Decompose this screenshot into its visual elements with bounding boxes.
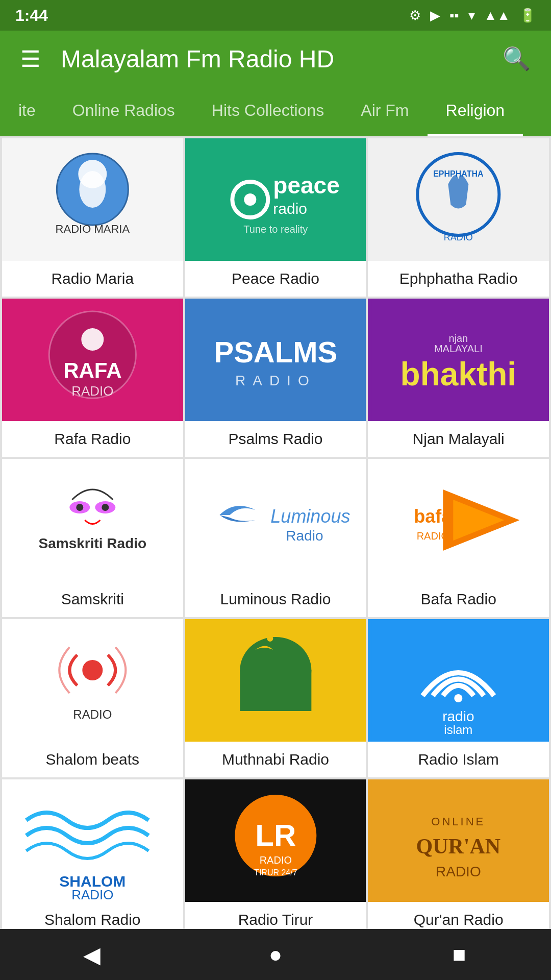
card-label-samskriti: Samskriti — [2, 581, 183, 617]
card-label-psalms-radio: Psalms Radio — [185, 421, 366, 457]
svg-rect-27 — [6, 459, 179, 581]
card-image-rafa: RAFA RADIO — [2, 299, 183, 421]
svg-text:RADIO: RADIO — [417, 530, 449, 542]
card-radio-tirur[interactable]: LR RADIO TIRUR 24/7 Radio Tirur — [185, 779, 366, 938]
card-samskriti[interactable]: Samskriti Radio Samskriti — [2, 459, 183, 617]
signal-icon: ▲▲ — [484, 8, 510, 23]
card-muthnabi-radio[interactable]: Muthnabi Radio — [185, 619, 366, 777]
card-label-bafa-radio: Bafa Radio — [368, 581, 549, 617]
search-icon[interactable]: 🔍 — [497, 40, 536, 77]
settings-icon: ⚙ — [409, 8, 421, 23]
status-time: 1:44 — [15, 6, 48, 25]
card-label-luminous-radio: Luminous Radio — [185, 581, 366, 617]
svg-text:peace: peace — [273, 172, 339, 199]
card-label-muthnabi-radio: Muthnabi Radio — [185, 742, 366, 777]
svg-text:RADIO: RADIO — [235, 373, 316, 388]
svg-text:RADIO: RADIO — [444, 232, 473, 242]
card-image-quran-radio: ONLINE QUR'AN RADIO — [368, 779, 549, 902]
svg-rect-5 — [189, 138, 362, 261]
card-bafa-radio[interactable]: bafa RADIO Bafa Radio — [368, 459, 549, 617]
tab-hits-collections[interactable]: Hits Collections — [193, 87, 343, 136]
tabs-container: ite Online Radios Hits Collections Air F… — [0, 87, 551, 136]
svg-text:QUR'AN: QUR'AN — [416, 835, 501, 858]
card-shalom-radio[interactable]: SHALOM RADIO Shalom Radio — [2, 779, 183, 938]
card-radio-islam[interactable]: radio islam Radio Islam — [368, 619, 549, 777]
svg-point-17 — [81, 328, 104, 351]
card-peace-radio[interactable]: peace radio Tune to reality Peace Radio — [185, 138, 366, 297]
tab-air-fm[interactable]: Air Fm — [342, 87, 427, 136]
card-image-samskriti: Samskriti Radio — [2, 459, 183, 581]
svg-text:RADIO: RADIO — [73, 707, 112, 721]
svg-text:Luminous: Luminous — [270, 506, 350, 527]
battery-icon: 🔋 — [519, 8, 536, 23]
hamburger-menu-icon[interactable]: ☰ — [15, 41, 45, 77]
svg-text:RADIO: RADIO — [436, 864, 481, 879]
status-bar: 1:44 ⚙ ▶ ▪▪ ▾ ▲▲ 🔋 — [0, 0, 551, 31]
card-label-ephphatha-radio: Ephphatha Radio — [368, 261, 549, 297]
svg-point-31 — [102, 504, 109, 511]
card-image-psalms: PSALMS RADIO — [185, 299, 366, 421]
svg-text:radio: radio — [273, 200, 307, 217]
card-ephphatha-radio[interactable]: EPHPHATHA RADIO Ephphatha Radio — [368, 138, 549, 297]
svg-text:Samskriti Radio: Samskriti Radio — [39, 535, 147, 551]
svg-text:LR: LR — [255, 818, 296, 852]
card-image-ephphatha: EPHPHATHA RADIO — [368, 138, 549, 261]
svg-text:radio: radio — [443, 708, 474, 724]
card-image-peace-radio: peace radio Tune to reality — [185, 138, 366, 261]
wifi-icon: ▾ — [468, 8, 475, 23]
card-image-radio-maria: RADIO MARIA — [2, 138, 183, 261]
svg-text:Tune to reality: Tune to reality — [243, 224, 308, 235]
card-image-shalom-radio: SHALOM RADIO — [2, 779, 183, 902]
card-shalom-beats[interactable]: RADIO Shalom beats — [2, 619, 183, 777]
card-luminous-radio[interactable]: Luminous Radio Luminous Radio — [185, 459, 366, 617]
home-button[interactable]: ● — [255, 942, 296, 967]
top-bar: ☰ Malayalam Fm Radio HD 🔍 — [0, 31, 551, 87]
tab-religion[interactable]: Religion — [428, 87, 523, 136]
card-label-peace-radio: Peace Radio — [185, 261, 366, 297]
svg-text:RAFA: RAFA — [63, 358, 121, 382]
svg-text:PSALMS: PSALMS — [214, 335, 337, 369]
card-image-radio-islam: radio islam — [368, 619, 549, 742]
svg-text:Radio: Radio — [286, 528, 323, 544]
card-label-radio-maria: Radio Maria — [2, 261, 183, 297]
svg-point-30 — [76, 504, 83, 511]
svg-text:ONLINE: ONLINE — [432, 815, 486, 828]
radio-grid: RADIO MARIA Radio Maria peace radio Tune… — [0, 136, 551, 940]
svg-text:MALAYALI: MALAYALI — [434, 343, 483, 354]
back-button[interactable]: ◀ — [71, 942, 112, 968]
svg-rect-46 — [240, 670, 311, 711]
card-image-njan: njan MALAYALI bhakthi — [368, 299, 549, 421]
card-quran-radio[interactable]: ONLINE QUR'AN RADIO Qur'an Radio — [368, 779, 549, 938]
svg-point-3 — [79, 171, 106, 208]
app-title: Malayalam Fm Radio HD — [61, 45, 482, 73]
svg-text:islam: islam — [444, 723, 473, 737]
card-radio-maria[interactable]: RADIO MARIA Radio Maria — [2, 138, 183, 297]
svg-point-7 — [244, 193, 256, 206]
tab-online-radios[interactable]: Online Radios — [54, 87, 193, 136]
svg-text:RADIO: RADIO — [71, 887, 113, 902]
sd-icon: ▪▪ — [449, 8, 459, 23]
svg-text:RADIO: RADIO — [71, 383, 113, 399]
card-label-shalom-beats: Shalom beats — [2, 742, 183, 777]
card-image-luminous: Luminous Radio — [185, 459, 366, 581]
card-label-radio-islam: Radio Islam — [368, 742, 549, 777]
svg-text:RADIO MARIA: RADIO MARIA — [56, 223, 130, 235]
recent-button[interactable]: ■ — [439, 942, 480, 967]
svg-point-42 — [82, 660, 103, 680]
svg-text:bafa: bafa — [414, 506, 453, 527]
svg-text:RADIO: RADIO — [259, 854, 291, 866]
card-image-muthnabi — [185, 619, 366, 742]
card-image-radio-tirur: LR RADIO TIRUR 24/7 — [185, 779, 366, 902]
tab-favourite[interactable]: ite — [0, 87, 54, 136]
status-icons: ⚙ ▶ ▪▪ ▾ ▲▲ 🔋 — [409, 8, 536, 23]
svg-text:bhakthi: bhakthi — [400, 356, 517, 393]
svg-text:njan: njan — [449, 333, 468, 344]
svg-text:TIRUR 24/7: TIRUR 24/7 — [254, 868, 297, 877]
card-njan-malayali[interactable]: njan MALAYALI bhakthi Njan Malayali — [368, 299, 549, 457]
card-psalms-radio[interactable]: PSALMS RADIO Psalms Radio — [185, 299, 366, 457]
card-image-bafa: bafa RADIO — [368, 459, 549, 581]
card-rafa-radio[interactable]: RAFA RADIO Rafa Radio — [2, 299, 183, 457]
card-image-shalom-beats: RADIO — [2, 619, 183, 742]
play-icon: ▶ — [430, 8, 440, 23]
card-label-njan-malayali: Njan Malayali — [368, 421, 549, 457]
